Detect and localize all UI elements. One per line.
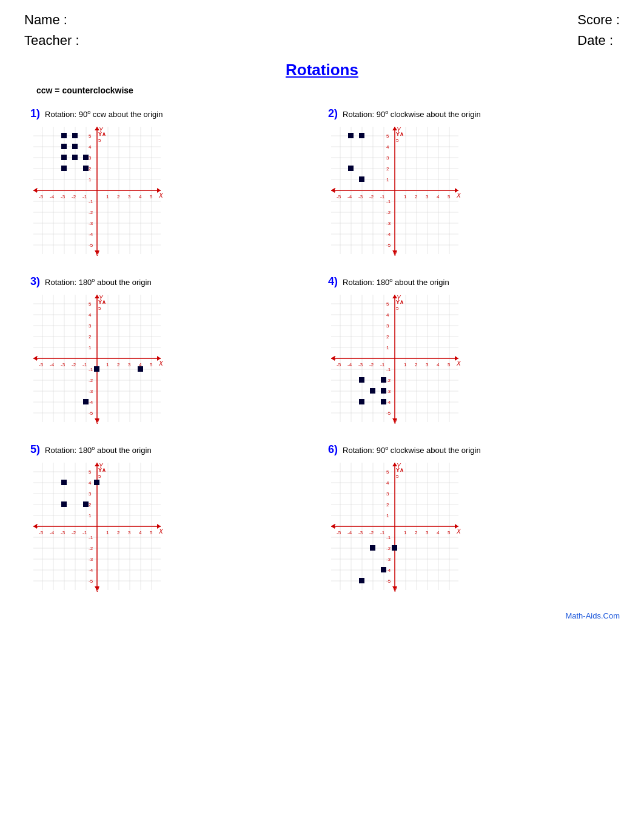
problem-number: 6) <box>328 443 338 456</box>
problem-header: 2)Rotation: 90o clockwise about the orig… <box>328 107 614 120</box>
svg-text:-2: -2 <box>72 194 76 200</box>
svg-text:5: 5 <box>386 301 389 307</box>
svg-text:-3: -3 <box>386 389 391 394</box>
svg-text:2: 2 <box>386 334 389 340</box>
problem-description: Rotation: 180o about the origin <box>45 277 152 287</box>
svg-text:1: 1 <box>89 345 92 350</box>
svg-text:-5: -5 <box>337 362 341 367</box>
svg-text:V: V <box>393 418 397 425</box>
svg-text:-3: -3 <box>386 221 391 226</box>
svg-text:-5: -5 <box>89 411 93 416</box>
svg-text:-1: -1 <box>82 530 87 535</box>
svg-text:1: 1 <box>404 530 407 535</box>
problem-header: 4)Rotation: 180o about the origin <box>328 275 614 288</box>
svg-text:3: 3 <box>89 155 92 161</box>
svg-text:-3: -3 <box>61 194 65 200</box>
problem-number: 4) <box>328 275 338 288</box>
svg-rect-237 <box>381 399 386 404</box>
svg-text:5: 5 <box>448 362 451 367</box>
svg-rect-175 <box>94 366 99 372</box>
score-label: Score : <box>577 12 620 28</box>
svg-text:-5: -5 <box>386 411 391 416</box>
svg-text:-1: -1 <box>89 535 93 540</box>
svg-text:-3: -3 <box>386 557 391 562</box>
svg-text:-3: -3 <box>358 362 363 367</box>
svg-text:2: 2 <box>415 194 418 200</box>
svg-text:2: 2 <box>89 166 92 172</box>
svg-text:-2: -2 <box>369 530 374 535</box>
problem: 6)Rotation: 90o clockwise about the orig… <box>328 443 614 593</box>
svg-text:-5: -5 <box>89 243 93 248</box>
svg-text:-4: -4 <box>50 194 55 200</box>
problem-header: 6)Rotation: 90o clockwise about the orig… <box>328 443 614 456</box>
svg-text:X: X <box>456 360 461 367</box>
svg-text:5: 5 <box>89 469 92 475</box>
svg-text:<: < <box>34 354 38 363</box>
problem-header: 5)Rotation: 180o about the origin <box>30 443 316 456</box>
svg-text:2: 2 <box>117 194 120 200</box>
header: Name : Teacher : Score : Date : <box>24 12 620 49</box>
teacher-label: Teacher : <box>24 33 79 49</box>
svg-text:-1: -1 <box>386 535 391 540</box>
problem: 1)Rotation: 90o ccw about the originXY-5… <box>30 107 316 257</box>
svg-text:-4: -4 <box>89 568 93 573</box>
svg-text:-2: -2 <box>89 210 93 215</box>
svg-rect-60 <box>83 155 89 160</box>
footer: Math-Aids.Com <box>24 611 620 620</box>
svg-rect-233 <box>381 377 386 383</box>
svg-text:3: 3 <box>128 194 131 200</box>
svg-rect-57 <box>72 144 78 149</box>
svg-text:-2: -2 <box>386 546 391 551</box>
svg-rect-55 <box>72 133 78 138</box>
svg-rect-353 <box>359 578 364 583</box>
svg-text:-1: -1 <box>380 194 385 200</box>
svg-text:5: 5 <box>396 306 399 311</box>
svg-rect-236 <box>359 399 364 404</box>
svg-text:<: < <box>332 354 336 363</box>
svg-text:V: V <box>393 586 397 593</box>
svg-text:4: 4 <box>89 480 92 486</box>
problem-description: Rotation: 180o about the origin <box>343 277 449 287</box>
problem-header: 1)Rotation: 90o ccw about the origin <box>30 107 316 120</box>
svg-text:3: 3 <box>128 362 131 367</box>
svg-text:<: < <box>332 186 336 195</box>
svg-text:X: X <box>158 360 163 367</box>
svg-text:2: 2 <box>415 362 418 367</box>
svg-text:-1: -1 <box>380 362 385 367</box>
svg-text:-5: -5 <box>386 578 391 584</box>
svg-text:-1: -1 <box>82 194 87 200</box>
svg-text:4: 4 <box>386 144 389 150</box>
svg-rect-61 <box>61 166 67 171</box>
svg-text:5: 5 <box>386 133 389 139</box>
svg-rect-295 <box>83 501 89 507</box>
svg-text:3: 3 <box>426 194 429 200</box>
svg-text:4: 4 <box>139 530 142 535</box>
svg-text:Y∧: Y∧ <box>98 131 106 137</box>
svg-text:1: 1 <box>106 530 109 535</box>
svg-text:-2: -2 <box>386 210 391 215</box>
svg-text:2: 2 <box>89 502 92 508</box>
title-section: Rotations <box>24 61 620 79</box>
svg-rect-176 <box>138 366 143 372</box>
svg-text:5: 5 <box>98 306 101 311</box>
svg-rect-59 <box>72 155 78 160</box>
svg-text:1: 1 <box>404 362 407 367</box>
svg-text:-5: -5 <box>89 578 93 584</box>
graph-svg: XY-5-5-4-4-3-3-2-2-1-11122334455<VY∧5 <box>328 292 461 425</box>
svg-rect-54 <box>61 133 67 138</box>
svg-text:-1: -1 <box>386 199 391 204</box>
problem-description: Rotation: 90o clockwise about the origin <box>343 445 481 455</box>
svg-text:Y∧: Y∧ <box>396 299 404 305</box>
date-label: Date : <box>577 33 620 49</box>
problem-number: 1) <box>30 107 40 120</box>
svg-text:2: 2 <box>117 530 120 535</box>
svg-text:<: < <box>332 522 336 531</box>
svg-text:V: V <box>95 418 99 425</box>
svg-text:-1: -1 <box>89 367 93 372</box>
svg-text:5: 5 <box>150 194 153 200</box>
svg-text:X: X <box>158 192 163 199</box>
problem: 4)Rotation: 180o about the originXY-5-5-… <box>328 275 614 425</box>
svg-text:-4: -4 <box>50 530 55 535</box>
svg-text:-3: -3 <box>61 362 65 367</box>
svg-text:3: 3 <box>386 491 389 497</box>
